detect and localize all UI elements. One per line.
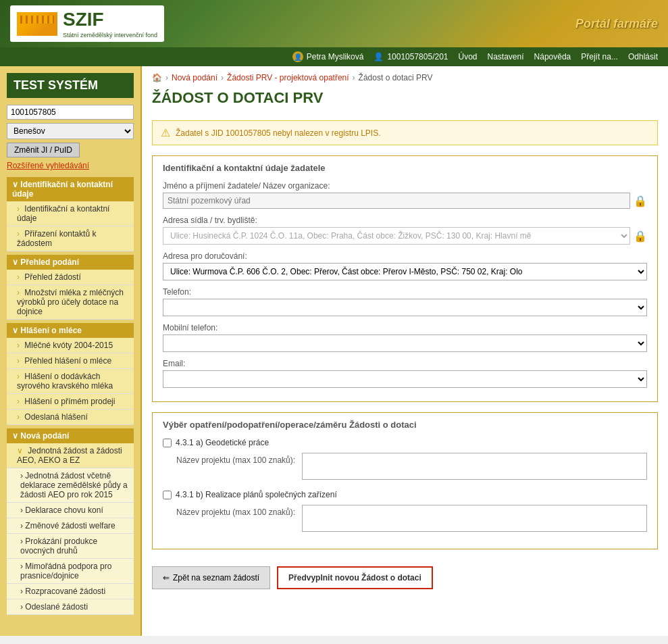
logo: SZIF Státní zemědělský intervenční fond bbox=[10, 5, 164, 42]
operation-2-label: 4.3.1 b) Realizace plánů společných zaří… bbox=[176, 490, 337, 499]
sidebar: TEST SYSTÉM Benešov Změnit JI / PuID Roz… bbox=[0, 66, 142, 636]
breadcrumb: 🏠 › Nová podání › Žádosti PRV - projekto… bbox=[152, 73, 658, 82]
phone-select[interactable] bbox=[163, 299, 647, 316]
delivery-label: Adresa pro doručování: bbox=[163, 251, 647, 261]
mobile-group: Mobilní telefon: bbox=[163, 323, 647, 352]
warning-icon: ⚠ bbox=[161, 126, 170, 139]
operations-section: Výběr opatření/podopatření/operace/záměr… bbox=[152, 412, 658, 549]
lock-icon-address: 🔒 bbox=[634, 230, 647, 243]
operation-2-checkbox-label: 4.3.1 b) Realizace plánů společných zaří… bbox=[163, 490, 647, 499]
breadcrumb-nova-podani[interactable]: Nová podání bbox=[172, 73, 217, 82]
address-label: Adresa sídla / trv. bydliště: bbox=[163, 216, 647, 225]
name-input[interactable] bbox=[163, 193, 630, 209]
applicant-section-title: Identifikační a kontaktní údaje žadatele bbox=[163, 163, 647, 173]
user-name-link[interactable]: Petra Mysliková bbox=[307, 52, 364, 61]
logo-subtext: Státní zemědělský intervenční fond bbox=[63, 32, 157, 39]
operation-2-group: 4.3.1 b) Realizace plánů společných zaří… bbox=[163, 490, 647, 532]
sidebar-item-primy-prodej[interactable]: › Hlášení o přímém prodeji bbox=[7, 394, 134, 410]
sidebar-item-odeslana-hlaseni[interactable]: › Odeslaná hlášení bbox=[7, 410, 134, 425]
operation-1-project-label: Název projektu (max 100 znaků): bbox=[176, 453, 295, 465]
email-group: Email: bbox=[163, 359, 647, 388]
email-select[interactable] bbox=[163, 370, 647, 388]
name-label: Jméno a příjmení žadatele/ Název organiz… bbox=[163, 181, 647, 191]
nav-nastaveni[interactable]: Nastavení bbox=[488, 52, 524, 61]
sidebar-section-header-nova-podani[interactable]: ∨ Nová podání bbox=[7, 428, 134, 443]
page-title: ŽÁDOST O DOTACI PRV bbox=[152, 89, 658, 110]
sidebar-item-identifikacni-udaje[interactable]: › Identifikační a kontaktní údaje bbox=[7, 201, 134, 226]
navbar: 👤 Petra Mysliková 👤 1001057805/201 Úvod … bbox=[0, 47, 668, 66]
operation-2-project-label: Název projektu (max 100 znaků): bbox=[176, 505, 295, 517]
sidebar-item-dodavky[interactable]: › Hlášení o dodávkách syrového kravského… bbox=[7, 369, 134, 394]
portal-title: Portál farmáře bbox=[575, 17, 658, 31]
name-group: Jméno a příjmení žadatele/ Název organiz… bbox=[163, 181, 647, 209]
delivery-select[interactable]: Ulice: Wurmova Č.P. 606 Č.O. 2, Obec: Př… bbox=[163, 263, 647, 280]
lock-icon-name: 🔒 bbox=[634, 195, 647, 207]
sidebar-item-mlecne-kvoty[interactable]: › Mléčné kvóty 2004-2015 bbox=[7, 338, 134, 353]
sidebar-item-rozpracovane[interactable]: › Rozpracované žádosti bbox=[7, 584, 134, 599]
name-input-row: 🔒 bbox=[163, 193, 647, 209]
main-layout: TEST SYSTÉM Benešov Změnit JI / PuID Roz… bbox=[0, 66, 668, 636]
district-select[interactable]: Benešov bbox=[7, 123, 134, 139]
sidebar-item-jednotna-zadost[interactable]: › Jednotná žádost včetně deklarace zeměd… bbox=[7, 468, 134, 503]
change-button[interactable]: Změnit JI / PuID bbox=[7, 143, 80, 157]
address-select[interactable]: Ulice: Husinecká Č.P. 1024 Č.O. 11a, Obe… bbox=[163, 227, 630, 245]
sidebar-section-hlaseni: ∨ Hlášení o mléce › Mléčné kvóty 2004-20… bbox=[7, 323, 134, 425]
breadcrumb-zadosti-prv[interactable]: Žádosti PRV - projektová opatření bbox=[227, 73, 349, 82]
nav-odhlasit[interactable]: Odhlásit bbox=[628, 52, 658, 61]
sidebar-section-header-hlaseni[interactable]: ∨ Hlášení o mléce bbox=[7, 323, 134, 338]
address-input-row: Ulice: Husinecká Č.P. 1024 Č.O. 11a, Obe… bbox=[163, 227, 647, 245]
sidebar-item-deklarace-koni[interactable]: › Deklarace chovu koní bbox=[7, 503, 134, 518]
sidebar-item-jednotna-zadost-group[interactable]: ∨ Jednotná žádost a žádosti AEO, AEKO a … bbox=[7, 443, 134, 468]
warning-text: Žadatel s JID 1001057805 nebyl nalezen v… bbox=[176, 128, 381, 138]
nav-uvod[interactable]: Úvod bbox=[459, 52, 478, 61]
advanced-search-link[interactable]: Rozšířené vyhledávání bbox=[7, 161, 134, 170]
operation-2-project-textarea[interactable] bbox=[302, 505, 647, 532]
email-label: Email: bbox=[163, 359, 647, 368]
mobile-select[interactable] bbox=[163, 335, 647, 352]
sidebar-item-mimoradna-podpora[interactable]: › Mimořádná podpora pro prasnice/dojnice bbox=[7, 559, 134, 584]
sidebar-item-prokazani-produkce[interactable]: › Prokázání produkce ovocných druhů bbox=[7, 534, 134, 559]
sidebar-item-zmenove-zadosti[interactable]: › Změnové žádosti welfare bbox=[7, 518, 134, 534]
user-info: 👤 Petra Mysliková bbox=[292, 51, 364, 62]
prefill-button-label: Předvyplnit novou Žádost o dotaci bbox=[288, 573, 421, 583]
logo-text-block: SZIF Státní zemědělský intervenční fond bbox=[63, 9, 157, 39]
sidebar-section-prehled: ∨ Přehled podání › Přehled žádostí › Mno… bbox=[7, 255, 134, 320]
applicant-section: Identifikační a kontaktní údaje žadatele… bbox=[152, 155, 658, 402]
content: 🏠 › Nová podání › Žádosti PRV - projekto… bbox=[142, 66, 668, 636]
logo-szif: SZIF bbox=[63, 9, 157, 30]
sidebar-section-identifikacni: ∨ Identifikační a kontaktní údaje › Iden… bbox=[7, 177, 134, 251]
header: SZIF Státní zemědělský intervenční fond … bbox=[0, 0, 668, 47]
back-button-label: Zpět na seznam žádostí bbox=[173, 573, 259, 583]
logo-stripe bbox=[17, 12, 57, 36]
sidebar-item-prehled-hlaseni[interactable]: › Přehled hlášení o mléce bbox=[7, 353, 134, 369]
nav-prejit[interactable]: Přejít na... bbox=[581, 52, 618, 61]
operation-2-project-row: Název projektu (max 100 znaků): bbox=[163, 505, 647, 532]
sidebar-item-prirazeni-kontaktu[interactable]: › Přiřazení kontaktů k žádostem bbox=[7, 226, 134, 251]
operation-1-checkbox[interactable] bbox=[163, 439, 172, 447]
operation-1-project-textarea[interactable] bbox=[302, 453, 647, 480]
sidebar-item-mnozstvi-mleka[interactable]: › Množství mléka z mléčných výrobků pro … bbox=[7, 285, 134, 320]
operation-2-checkbox[interactable] bbox=[163, 491, 172, 499]
operation-1-group: 4.3.1 a) Geodetické práce Název projektu… bbox=[163, 438, 647, 480]
back-arrow-icon: ⇐ bbox=[163, 573, 170, 583]
operation-1-label: 4.3.1 a) Geodetické práce bbox=[176, 438, 269, 447]
user-icon: 👤 bbox=[292, 51, 303, 62]
bottom-buttons: ⇐ Zpět na seznam žádostí Předvyplnit nov… bbox=[152, 560, 658, 589]
operations-section-title: Výběr opatření/podopatření/operace/záměr… bbox=[163, 420, 647, 430]
prefill-button[interactable]: Předvyplnit novou Žádost o dotaci bbox=[277, 566, 433, 589]
test-system-badge: TEST SYSTÉM bbox=[7, 73, 134, 98]
id-input[interactable] bbox=[7, 105, 134, 120]
account-link[interactable]: 1001057805/201 bbox=[387, 52, 448, 61]
sidebar-item-odeslane[interactable]: › Odeslané žádosti bbox=[7, 599, 134, 615]
home-icon[interactable]: 🏠 bbox=[152, 73, 162, 82]
sidebar-section-header-identifikacni[interactable]: ∨ Identifikační a kontaktní údaje bbox=[7, 177, 134, 201]
operation-1-checkbox-label: 4.3.1 a) Geodetické práce bbox=[163, 438, 647, 447]
phone-label: Telefon: bbox=[163, 287, 647, 297]
mobile-label: Mobilní telefon: bbox=[163, 323, 647, 332]
sidebar-section-header-prehled[interactable]: ∨ Přehled podání bbox=[7, 255, 134, 270]
phone-group: Telefon: bbox=[163, 287, 647, 316]
sidebar-item-prehled-zadosti[interactable]: › Přehled žádostí bbox=[7, 270, 134, 285]
nav-napoveda[interactable]: Nápověda bbox=[534, 52, 571, 61]
account-icon: 👤 bbox=[374, 52, 384, 61]
back-button[interactable]: ⇐ Zpět na seznam žádostí bbox=[152, 566, 270, 589]
